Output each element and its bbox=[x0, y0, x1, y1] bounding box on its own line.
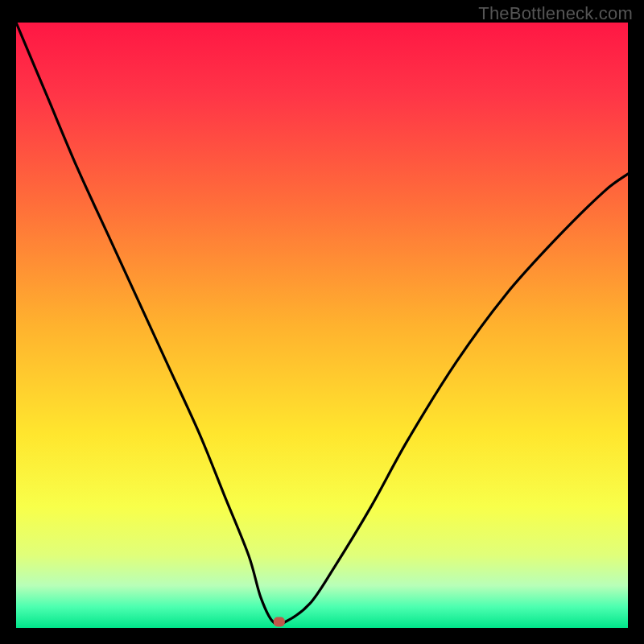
watermark-label: TheBottleneck.com bbox=[478, 3, 633, 24]
plot-svg bbox=[16, 23, 628, 628]
minimum-marker bbox=[274, 617, 285, 626]
plot-background bbox=[16, 23, 628, 628]
chart-container: TheBottleneck.com bbox=[0, 0, 644, 644]
plot-frame bbox=[16, 23, 628, 628]
